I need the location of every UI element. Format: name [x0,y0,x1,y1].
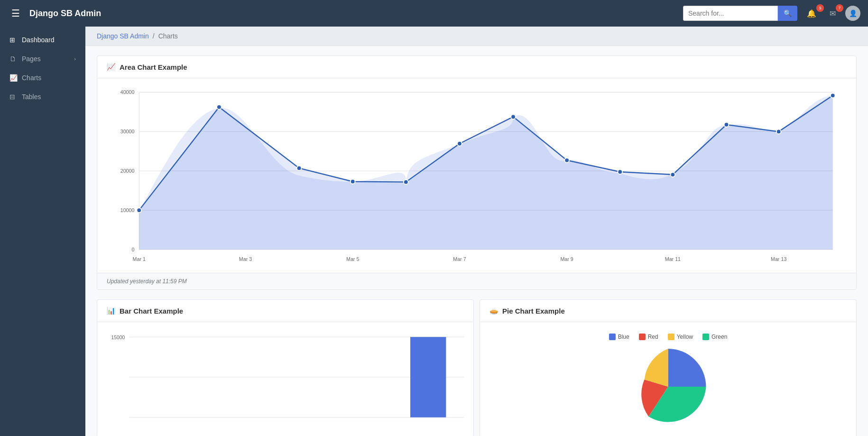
breadcrumb-separator: / [153,32,155,40]
area-chart-title: Area Chart Example [120,63,187,71]
notification-icon-container[interactable]: 🔔 9 [803,7,820,20]
charts-row: 📊 Bar Chart Example 15000 [97,299,857,436]
area-chart-footer: Updated yesterday at 11:59 PM [97,273,856,289]
notification-badge: 9 [816,4,824,12]
svg-marker-11 [139,95,833,250]
svg-point-21 [671,172,675,177]
area-chart-body: 40000 30000 20000 10000 0 [97,78,856,273]
bar-chart-header: 📊 Bar Chart Example [97,300,473,322]
sidebar: ⊞ Dashboard 🗋 Pages › 📈 Charts ⊟ Tables [0,27,85,436]
area-chart-card: 📈 Area Chart Example 40000 30000 20000 [97,56,857,290]
bar-chart-icon: 📊 [107,306,116,315]
breadcrumb-home-link[interactable]: Django SB Admin [97,32,149,40]
svg-point-13 [217,105,222,110]
sidebar-label-charts: Charts [22,74,76,82]
legend-item-green: Green [702,334,727,340]
bar-chart-body: 15000 [97,322,473,432]
legend-item-yellow: Yellow [668,334,693,340]
legend-label-yellow: Yellow [677,334,693,340]
legend-item-red: Red [639,334,658,340]
app-title: Django SB Admin [29,9,101,19]
legend-item-blue: Blue [609,334,629,340]
svg-text:15000: 15000 [111,335,125,340]
message-badge: 7 [836,4,843,12]
search-button[interactable]: 🔍 [778,6,797,21]
search-input[interactable] [683,6,778,21]
svg-text:40000: 40000 [120,89,135,95]
sidebar-item-tables[interactable]: ⊟ Tables [0,87,85,106]
pie-chart-header: 🥧 Pie Chart Example [480,300,856,322]
svg-text:0: 0 [132,247,135,252]
svg-text:Mar 13: Mar 13 [771,256,786,262]
dashboard-icon: ⊞ [9,36,17,44]
svg-point-23 [776,130,781,134]
envelope-icon: ✉ [830,9,836,18]
legend-dot-green [702,334,709,340]
sidebar-label-dashboard: Dashboard [22,36,76,44]
svg-text:Mar 3: Mar 3 [239,256,252,262]
svg-text:10000: 10000 [120,207,135,213]
area-chart-header: 📈 Area Chart Example [97,56,856,78]
svg-text:Mar 7: Mar 7 [453,256,466,262]
pie-chart-body: Blue Red Yellow Green [480,322,856,436]
pie-chart-card: 🥧 Pie Chart Example Blue Red [480,299,857,436]
svg-point-14 [297,166,302,171]
pie-chart-legend: Blue Red Yellow Green [489,330,847,344]
sidebar-item-pages[interactable]: 🗋 Pages › [0,49,85,68]
svg-point-18 [511,114,516,119]
svg-point-19 [564,158,569,163]
area-chart-update-text: Updated yesterday at 11:59 PM [107,278,187,285]
svg-point-17 [457,141,462,146]
breadcrumb: Django SB Admin / Charts [85,27,868,46]
legend-label-blue: Blue [618,334,629,340]
navbar: ☰ Django SB Admin 🔍 🔔 9 ✉ 7 👤 [0,0,868,27]
svg-point-20 [618,169,622,174]
pie-chart-svg [489,344,847,429]
user-avatar[interactable]: 👤 [845,6,860,21]
svg-text:30000: 30000 [120,129,135,134]
search-container: 🔍 [683,6,797,21]
svg-point-12 [137,208,141,213]
message-icon-container[interactable]: ✉ 7 [826,7,840,20]
svg-point-24 [831,93,835,98]
legend-label-red: Red [648,334,658,340]
svg-point-16 [404,180,408,185]
charts-icon: 📈 [9,74,17,82]
bar-chart-title: Bar Chart Example [120,307,183,315]
navbar-right: 🔍 🔔 9 ✉ 7 👤 [683,6,860,21]
svg-text:Mar 5: Mar 5 [346,256,359,262]
pages-icon: 🗋 [9,55,17,63]
legend-label-green: Green [711,334,727,340]
layout: ⊞ Dashboard 🗋 Pages › 📈 Charts ⊟ Tables … [0,27,868,436]
legend-dot-yellow [668,334,674,340]
svg-text:Mar 11: Mar 11 [665,256,681,262]
svg-text:Mar 1: Mar 1 [133,256,146,262]
legend-dot-blue [609,334,616,340]
sidebar-toggle-button[interactable]: ☰ [8,6,24,21]
pie-chart-title: Pie Chart Example [502,307,565,315]
sidebar-item-dashboard[interactable]: ⊞ Dashboard [0,30,85,49]
sidebar-label-pages: Pages [22,55,69,63]
area-chart-svg: 40000 30000 20000 10000 0 [107,83,847,268]
main-content: Django SB Admin / Charts 📈 Area Chart Ex… [85,27,868,436]
breadcrumb-current: Charts [158,32,178,40]
svg-point-15 [351,179,355,184]
svg-rect-36 [410,337,446,417]
bell-icon: 🔔 [807,9,816,18]
chevron-right-icon: › [74,56,76,62]
pie-chart-icon: 🥧 [489,306,499,315]
user-icon: 👤 [849,9,857,17]
sidebar-item-charts[interactable]: 📈 Charts [0,68,85,87]
svg-text:20000: 20000 [120,168,135,174]
tables-icon: ⊟ [9,93,17,101]
bar-chart-svg: 15000 [107,330,464,425]
legend-dot-red [639,334,646,340]
svg-text:Mar 9: Mar 9 [560,256,573,262]
svg-point-22 [724,122,729,127]
area-chart-icon: 📈 [107,63,116,71]
sidebar-label-tables: Tables [22,93,76,101]
bar-chart-card: 📊 Bar Chart Example 15000 [97,299,474,436]
